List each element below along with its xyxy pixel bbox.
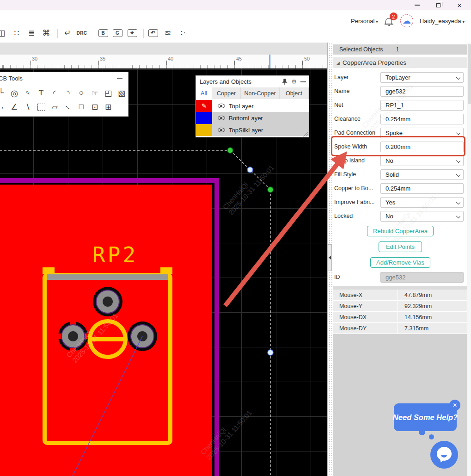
silkscreen-circle-bar	[90, 337, 126, 341]
edit-points-button[interactable]: Edit Points	[379, 241, 422, 252]
layer-color-swatch[interactable]: ✎	[196, 100, 212, 112]
chevron-down-icon	[456, 200, 460, 204]
notifications-button[interactable]: 2	[385, 16, 394, 26]
pad-tool-icon[interactable]: ◎	[8, 87, 20, 99]
minimize-icon[interactable]	[117, 78, 122, 79]
workspace-dropdown[interactable]: Personal▾	[351, 18, 378, 25]
user-menu[interactable]: Haidy_easyeda▾	[420, 18, 465, 25]
layer-row-topsilklayer[interactable]: TopSilkLayer	[196, 124, 309, 136]
circle-tool-icon[interactable]: ○	[75, 87, 87, 99]
layers-panel-title: Layers and Objects	[200, 78, 251, 85]
pcb-canvas[interactable]: RP2 ChenHaiQi2025-10-31 11:50:01 ChenHai…	[0, 68, 327, 476]
copperarea-section-header[interactable]: ◢ CopperArea Properties	[333, 57, 467, 68]
measure-tool-icon[interactable]: ↔	[62, 101, 74, 113]
line-tool-icon[interactable]: ∖	[22, 101, 34, 113]
hole-tool-icon[interactable]: □	[75, 101, 87, 113]
track-tool-icon[interactable]: └	[0, 87, 7, 99]
tab-object[interactable]: Object	[280, 87, 309, 99]
layer-select[interactable]: TopLayer	[380, 72, 464, 83]
locked-select[interactable]: No	[380, 211, 464, 222]
minimize-icon[interactable]	[300, 81, 306, 82]
route-corner-icon[interactable]: ↵	[62, 27, 73, 39]
panel-scrollbar[interactable]	[467, 43, 471, 476]
keep-island-select[interactable]: No	[380, 155, 464, 166]
ruler-label: 35	[100, 56, 105, 62]
layer-color-swatch[interactable]	[196, 124, 212, 136]
minimize-button[interactable]	[409, 0, 425, 10]
tab-non-copper[interactable]: Non-Copper	[241, 87, 280, 99]
notification-badge: 2	[390, 12, 398, 20]
text-tool-icon[interactable]: T	[35, 87, 47, 99]
copper-to-board-input[interactable]	[380, 183, 464, 194]
close-icon: ✕	[453, 402, 457, 408]
rebuild-copperarea-button[interactable]: Rebuild CopperArea	[367, 226, 434, 236]
align-grid-icon[interactable]: ⌘	[41, 27, 52, 39]
layer-row-toplayer[interactable]: ✎ TopLayer	[196, 100, 309, 112]
cloud-sync-button[interactable]: ☁	[400, 14, 413, 27]
pad-hole	[103, 297, 113, 307]
layer-manager-icon[interactable]: ≋	[162, 27, 173, 39]
pad-hole	[68, 331, 78, 341]
chat-launcher-button[interactable]	[430, 441, 458, 469]
pad-connection-label: Pad Connection	[334, 130, 375, 136]
drc-check-icon[interactable]: DRC	[76, 27, 87, 39]
clearance-input[interactable]	[380, 114, 464, 124]
pin-icon[interactable]	[282, 79, 287, 85]
improve-fabrication-select[interactable]: Yes	[380, 197, 464, 208]
pcb-tools-panel: CB Tools └ ◎ ♀ T ◜ ◝ ○ ☞ ◰ ▧ → ∠ ∖ ▱ ↔ □…	[0, 72, 128, 117]
group-tool-icon[interactable]: ⊡	[89, 101, 101, 113]
midpoint-handle	[268, 350, 273, 355]
via-tool-icon[interactable]: ♀	[22, 87, 34, 99]
tab-all[interactable]: All	[196, 87, 212, 99]
main-toolbar: ◫ ∷ ≣ ⌘ ↵ DRC B G ⌖ ↶ ≋ ∴ Personal▾ 2 ☁ …	[0, 10, 471, 43]
board-outline-right[interactable]	[214, 178, 219, 476]
add-remove-vias-button[interactable]: Add/Remove Vias	[370, 257, 430, 268]
arc-center-tool-icon[interactable]: ◝	[62, 87, 74, 99]
arrow-tool-icon[interactable]: →	[0, 101, 7, 113]
board-outline-top[interactable]	[0, 178, 219, 183]
spoke-width-input[interactable]	[380, 142, 464, 152]
panel-collapse-handle[interactable]	[327, 244, 332, 271]
help-close-button[interactable]: ✕	[449, 400, 460, 411]
component-designator[interactable]: RP2	[92, 242, 138, 267]
import-changes-icon[interactable]: ↶	[147, 27, 159, 39]
eye-icon[interactable]	[218, 128, 225, 132]
solid-region-tool-icon[interactable]: ▱	[49, 101, 61, 113]
align-left-icon[interactable]: ◫	[0, 27, 7, 39]
help-bubble[interactable]: Need Some Help?	[394, 403, 457, 431]
scrollbar-thumb[interactable]	[468, 44, 471, 104]
distribute-vertical-icon[interactable]: ∷	[11, 27, 22, 39]
ruler-label: 45	[236, 56, 242, 62]
distribute-horizontal-icon[interactable]: ≣	[26, 27, 37, 39]
close-icon: ×	[458, 2, 462, 9]
restore-button[interactable]	[430, 0, 446, 10]
pad-connection-select[interactable]: Spoke	[380, 128, 464, 138]
layers-panel: Layers and Objects ⚙ All Copper Non-Copp…	[196, 75, 309, 137]
net-input[interactable]	[380, 100, 464, 111]
toolbar-separator	[143, 29, 144, 38]
eye-icon[interactable]	[218, 116, 225, 120]
canvas-origin-tool-icon[interactable]: ◰	[102, 87, 114, 99]
pick-place-export-icon[interactable]: ⌖	[127, 27, 138, 39]
arc-tool-icon[interactable]: ◜	[49, 87, 61, 99]
gerber-export-icon[interactable]: G	[112, 27, 123, 39]
layer-color-swatch[interactable]	[196, 112, 212, 124]
drag-tool-icon[interactable]: ☞	[89, 87, 101, 99]
close-button[interactable]: ×	[452, 0, 467, 10]
midpoint-handle	[247, 167, 253, 173]
fill-style-select[interactable]: Solid	[380, 169, 464, 180]
name-input[interactable]	[380, 86, 464, 97]
layer-row-bottomlayer[interactable]: BottomLayer	[196, 112, 309, 124]
share-icon[interactable]: ∴	[177, 27, 188, 39]
gear-icon[interactable]: ⚙	[291, 78, 297, 85]
select-area-tool-icon[interactable]	[35, 101, 47, 113]
dimension-tool-icon[interactable]: ∠	[8, 101, 20, 113]
image-tool-icon[interactable]: ▧	[116, 87, 128, 99]
eye-icon[interactable]	[218, 104, 225, 108]
section-title: CopperArea Properties	[343, 59, 406, 66]
silkscreen-notch	[160, 267, 172, 274]
tab-copper[interactable]: Copper	[212, 87, 241, 99]
panelize-tool-icon[interactable]: ⊞	[102, 101, 114, 113]
clearance-label: Clearance	[334, 116, 361, 122]
bom-export-icon[interactable]: B	[98, 27, 109, 39]
